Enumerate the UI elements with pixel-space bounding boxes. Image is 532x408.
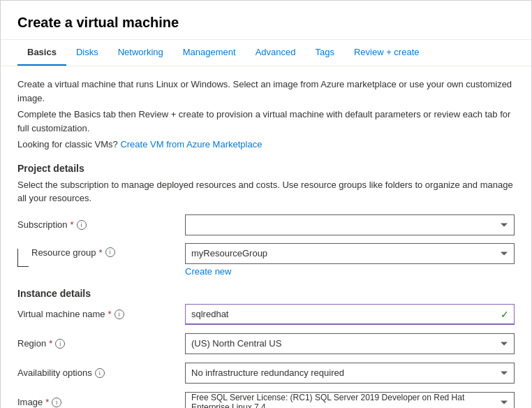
resource-group-label: Resource group (31, 247, 96, 258)
project-details-title: Project details (17, 163, 515, 174)
image-input-cell: Free SQL Server License: (RC1) SQL Serve… (185, 392, 515, 409)
subscription-label: Subscription (17, 219, 68, 230)
rg-input-area: myResourceGroup Create new (185, 243, 515, 277)
image-dropdown[interactable]: Free SQL Server License: (RC1) SQL Serve… (185, 392, 515, 409)
image-row: Image * i Free SQL Server License: (RC1)… (17, 391, 515, 409)
subscription-row: Subscription * i (17, 214, 515, 236)
tab-tags[interactable]: Tags (305, 40, 343, 66)
vm-name-input-wrapper: ✓ (185, 304, 515, 325)
vm-name-row: Virtual machine name * i ✓ (17, 303, 515, 326)
project-details-desc: Select the subscription to manage deploy… (17, 178, 515, 205)
region-row: Region * i (US) North Central US (17, 333, 515, 355)
marketplace-link[interactable]: Create VM from Azure Marketplace (120, 139, 262, 150)
tabs-bar: Basics Disks Networking Management Advan… (1, 40, 531, 66)
rg-label-area: Resource group * i (17, 243, 185, 267)
vm-name-check-icon: ✓ (501, 309, 509, 320)
resource-group-required: * (99, 247, 103, 258)
tab-advanced[interactable]: Advanced (246, 40, 306, 66)
resource-group-block: Resource group * i myResourceGroup Creat… (17, 243, 515, 277)
tab-management[interactable]: Management (173, 40, 246, 66)
tab-review-create[interactable]: Review + create (344, 40, 429, 66)
vm-name-info-icon[interactable]: i (114, 309, 124, 319)
rg-indent-indicator (17, 249, 29, 267)
region-dropdown[interactable]: (US) North Central US (185, 333, 515, 354)
vm-name-input[interactable] (185, 304, 515, 325)
tab-networking[interactable]: Networking (108, 40, 173, 66)
region-input-cell: (US) North Central US (185, 333, 515, 354)
availability-info-icon[interactable]: i (95, 368, 105, 378)
region-dropdown-wrapper: (US) North Central US (185, 333, 515, 354)
description-line1: Create a virtual machine that runs Linux… (17, 78, 515, 105)
subscription-input-cell (185, 214, 515, 235)
page-title: Create a virtual machine (17, 15, 515, 31)
region-label: Region (17, 338, 46, 349)
vm-name-label: Virtual machine name (17, 309, 105, 319)
image-dropdown-wrapper: Free SQL Server License: (RC1) SQL Serve… (185, 392, 515, 409)
classic-vm-prefix: Looking for classic VMs? (17, 139, 118, 150)
availability-input-cell: No infrastructure redundancy required (185, 363, 515, 384)
region-info-icon[interactable]: i (55, 339, 65, 349)
vm-name-input-cell: ✓ (185, 304, 515, 325)
resource-group-row: Resource group * i myResourceGroup Creat… (17, 243, 515, 277)
main-content: Create a virtual machine that runs Linux… (1, 66, 531, 408)
subscription-dropdown[interactable] (185, 214, 515, 235)
region-required: * (49, 338, 52, 349)
subscription-required: * (71, 219, 74, 230)
resource-group-dropdown-wrapper: myResourceGroup (185, 243, 515, 264)
instance-details-title: Instance details (17, 288, 515, 299)
tab-basics[interactable]: Basics (17, 40, 66, 66)
resource-group-dropdown[interactable]: myResourceGroup (185, 243, 515, 264)
availability-label: Availability options (17, 367, 92, 378)
subscription-dropdown-wrapper (185, 214, 515, 235)
image-info-icon[interactable]: i (52, 398, 61, 407)
image-label: Image (17, 397, 43, 407)
description-line2: Complete the Basics tab then Review + cr… (17, 108, 515, 135)
tab-disks[interactable]: Disks (66, 40, 108, 66)
vm-name-required: * (108, 309, 112, 319)
image-required: * (45, 397, 49, 407)
resource-group-info-icon[interactable]: i (105, 247, 115, 257)
availability-dropdown[interactable]: No infrastructure redundancy required (185, 363, 515, 384)
create-new-link[interactable]: Create new (185, 266, 515, 277)
availability-dropdown-wrapper: No infrastructure redundancy required (185, 363, 515, 384)
rg-label-content: Resource group * i (31, 247, 115, 258)
availability-row: Availability options i No infrastructure… (17, 362, 515, 384)
description-line3: Looking for classic VMs? Create VM from … (17, 138, 515, 152)
subscription-info-icon[interactable]: i (77, 220, 87, 230)
